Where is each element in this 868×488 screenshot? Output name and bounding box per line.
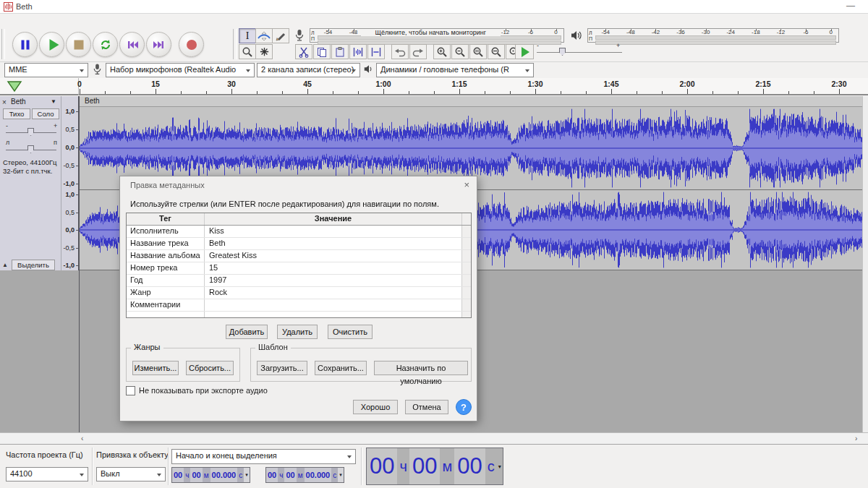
play-meter-speaker-button[interactable] [570,30,583,43]
playback-meter[interactable]: Л П -54-48-42-36-30-24-18-12-60 [587,28,839,43]
add-tag-button[interactable]: Добавить [226,325,268,339]
value-column-header[interactable]: Значение [205,213,461,225]
audio-host-select[interactable]: MME [4,63,88,77]
solo-button[interactable]: Соло [32,108,59,119]
track-select-button[interactable]: Выделить [12,260,55,270]
play-at-speed-button[interactable] [515,44,534,59]
dialog-close-icon[interactable]: × [464,179,469,190]
vertical-scale-ruler[interactable]: 1,00,50,0-0,5-1,01,00,50,0-0,5-1,0 [61,96,79,270]
skip-start-button[interactable] [119,32,145,57]
zoom-tool-button[interactable] [239,44,256,59]
edit-genres-button[interactable]: Изменить... [132,361,179,375]
undo-icon [394,46,406,58]
selection-tool-button[interactable]: I [239,28,256,43]
reset-genres-button[interactable]: Сбросить... [186,361,234,375]
record-meter-mic-button[interactable] [294,29,305,43]
timefield1-dropdown-icon[interactable]: ▾ [244,468,250,482]
selection-start-time[interactable]: 00ч00м00.000с▾ [171,467,250,483]
metadata-value-cell-0[interactable]: Kiss [205,226,461,237]
redo-button[interactable] [409,44,427,59]
ok-button[interactable]: Хорошо [353,400,398,414]
minimize-button[interactable]: — [846,1,855,11]
gain-slider-thumb[interactable] [27,128,34,136]
selection-mode-select[interactable]: Начало и конец выделения [171,449,356,464]
clear-tags-button[interactable]: Очистить [328,325,373,339]
dont-show-checkbox[interactable] [126,386,135,395]
remove-tag-button[interactable]: Удалить [277,325,318,339]
timeline-pin-icon[interactable] [7,80,22,93]
metadata-tag-cell-5[interactable]: Жанр [127,287,205,299]
recording-meter[interactable]: Л П -54-48-42-36-30-24-18-12-60 Щёлкните… [310,28,564,43]
stop-button[interactable] [66,32,91,57]
metadata-tag-cell-3[interactable]: Номер трека [127,262,205,274]
zoom-out-button[interactable] [451,44,469,59]
timefield2-dropdown-icon[interactable]: ▾ [338,468,344,482]
metadata-value-cell-6[interactable] [205,299,461,311]
scroll-left-arrow[interactable]: ‹ [81,435,83,442]
metadata-tag-cell-6[interactable]: Комментарии [127,299,205,311]
copy-button[interactable] [313,44,331,59]
pause-button[interactable] [12,32,38,57]
record-button[interactable] [179,32,204,57]
ruler-label-1:00: 1:00 [375,80,391,88]
cancel-button[interactable]: Отмена [405,400,448,414]
metadata-value-cell-7[interactable] [205,312,461,318]
vertical-scrollbar[interactable] [862,96,868,432]
metadata-tag-cell-2[interactable]: Название альбома [127,250,205,262]
track-menu-dropdown-icon[interactable]: ▼ [51,98,56,105]
zoom-in-button[interactable] [433,44,451,59]
load-template-button[interactable]: Загрузить... [257,361,307,375]
input-channels-select[interactable]: 2 канала записи (стерео) [257,63,360,77]
speed-slider-thumb[interactable] [559,48,566,56]
mute-button[interactable]: Тихо [3,108,30,119]
scale-label-ch1-4: -1,0 [63,180,75,187]
metadata-value-cell-5[interactable]: Rock [205,287,461,299]
clip-title-bar[interactable]: Beth [80,96,862,107]
silence-button[interactable] [367,44,385,59]
metadata-tag-cell-7[interactable] [127,312,205,318]
undo-button[interactable] [391,44,409,59]
snap-to-select[interactable]: Выкл [96,467,166,481]
zoom-fit-button[interactable] [488,44,505,59]
envelope-tool-button[interactable] [255,28,273,43]
speed-slider-track[interactable] [537,52,622,53]
selection-toolbar: Частота проекта (Гц) 44100 Привязка к об… [0,444,868,488]
metadata-value-cell-4[interactable]: 1997 [205,275,461,286]
metadata-tag-cell-4[interactable]: Год [127,275,205,286]
pan-slider-thumb[interactable] [27,145,34,153]
tag-column-header[interactable]: Тег [127,213,205,225]
metadata-tag-cell-1[interactable]: Название трека [127,238,205,249]
input-device-select[interactable]: Набор микрофонов (Realtek Audio [106,63,255,77]
multi-tool-button[interactable] [255,44,273,59]
transport-grip[interactable] [1,29,5,59]
tools-grip[interactable] [233,29,237,59]
save-template-button[interactable]: Сохранить... [315,361,367,375]
track-collapse-button[interactable]: ▲ [2,262,8,268]
cut-button[interactable] [295,44,312,59]
horizontal-scrollbar[interactable]: ‹ › [0,432,868,444]
dialog-title: Правка метаданных [130,181,205,189]
bigtime-dropdown-icon[interactable]: ▾ [497,448,503,484]
metadata-value-cell-2[interactable]: Greatest Kiss [205,250,461,262]
output-device-select[interactable]: Динамики / головные телефоны (R [376,63,534,77]
metadata-value-cell-1[interactable]: Beth [205,238,461,249]
timeline-ruler[interactable]: 01530451:001:151:301:452:002:152:30 [0,78,868,95]
record-meter-message[interactable]: Щёлкните, чтобы начать мониторинг [361,29,501,36]
zoom-selection-button[interactable] [469,44,487,59]
play-button[interactable] [39,32,64,57]
metadata-value-cell-3[interactable]: 15 [205,262,461,274]
set-default-template-button[interactable]: Назначить по умолчанию [374,361,468,375]
record-icon [187,40,197,50]
track-close-button[interactable]: × [2,98,7,106]
help-button[interactable]: ? [456,399,472,415]
trim-button[interactable] [349,44,367,59]
loop-button[interactable] [93,32,118,57]
metadata-tag-cell-0[interactable]: Исполнитель [127,226,205,237]
skip-end-icon [153,39,165,51]
draw-tool-button[interactable] [272,28,289,43]
selection-end-time[interactable]: 00ч00м00.000с▾ [265,467,344,483]
paste-button[interactable] [331,44,349,59]
scroll-right-arrow[interactable]: › [855,435,857,442]
project-rate-select[interactable]: 44100 [6,467,88,481]
skip-end-button[interactable] [146,32,171,57]
